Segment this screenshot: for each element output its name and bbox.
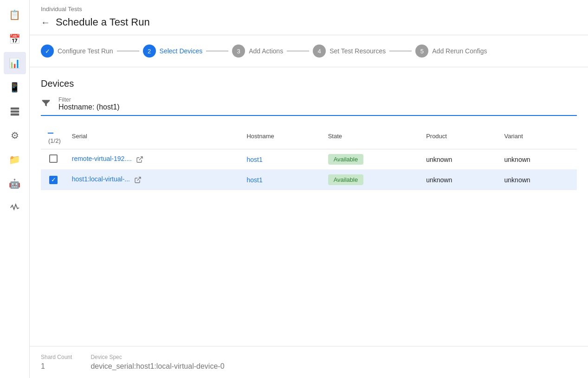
step-3[interactable]: 3 Add Actions <box>232 45 283 58</box>
row1-checkbox[interactable] <box>49 154 58 163</box>
sidebar-item-clipboard[interactable]: 📋 <box>4 4 26 26</box>
row1-external-link-icon[interactable] <box>136 155 144 164</box>
stepper: ✓ Configure Test Run 2 Select Devices 3 … <box>30 35 588 67</box>
sidebar: 📋 📅 📊 📱 ⚙ 📁 🤖 <box>0 0 30 378</box>
row2-variant: unknown <box>499 170 577 190</box>
step-4[interactable]: 4 Set Test Resources <box>313 45 386 58</box>
step-4-circle: 4 <box>313 45 326 58</box>
col-variant: Variant <box>499 123 577 149</box>
connector-1 <box>117 51 139 51</box>
sidebar-item-settings[interactable]: ⚙ <box>4 124 26 147</box>
row1-variant: unknown <box>499 149 577 170</box>
shard-count-field: Shard Count 1 <box>41 354 72 371</box>
step-2-label: Select Devices <box>160 47 203 55</box>
sidebar-item-folder[interactable]: 📁 <box>4 148 26 171</box>
connector-4 <box>389 51 412 51</box>
row2-hostname: host1 <box>241 170 322 190</box>
row2-state: Available <box>323 170 421 190</box>
svg-line-4 <box>137 177 141 180</box>
table-row: remote-virtual-192.... host1 Available u… <box>41 149 577 170</box>
step-5[interactable]: 5 Add Rerun Configs <box>415 45 487 58</box>
svg-rect-2 <box>10 114 19 116</box>
row2-external-link-icon[interactable] <box>134 176 142 184</box>
device-table: (1/2) Serial Hostname State Product Vari… <box>41 123 577 190</box>
filter-value: Hostname: (host1) <box>58 103 120 111</box>
count-label: (1/2) <box>48 137 61 144</box>
row2-product: unknown <box>420 170 498 190</box>
col-serial: Serial <box>66 123 241 149</box>
svg-rect-0 <box>10 108 19 110</box>
sidebar-item-calendar[interactable]: 📅 <box>4 28 26 50</box>
sidebar-item-chart[interactable]: 📊 <box>4 52 26 74</box>
step-4-label: Set Test Resources <box>330 47 386 55</box>
row2-hostname-link[interactable]: host1 <box>246 176 262 184</box>
step-2-circle: 2 <box>143 45 156 58</box>
row1-hostname-link[interactable]: host1 <box>246 156 262 163</box>
row2-checkbox[interactable]: ✓ <box>49 176 58 184</box>
row2-state-badge: Available <box>328 174 364 185</box>
filter-area[interactable]: Filter Hostname: (host1) <box>41 96 577 116</box>
svg-line-3 <box>139 157 142 160</box>
shard-count-label: Shard Count <box>41 354 72 360</box>
connector-2 <box>206 51 228 51</box>
row1-state: Available <box>323 149 421 170</box>
device-spec-field: Device Spec device_serial:host1:local-vi… <box>90 354 224 371</box>
indeterminate-checkbox-icon[interactable] <box>46 129 55 137</box>
step-5-circle: 5 <box>415 45 428 58</box>
back-button[interactable]: ← <box>41 17 50 28</box>
row1-state-badge: Available <box>328 154 364 165</box>
filter-content: Filter Hostname: (host1) <box>58 96 120 111</box>
row1-hostname: host1 <box>241 149 322 170</box>
device-spec-label: Device Spec <box>90 354 224 360</box>
row1-product: unknown <box>420 149 498 170</box>
shard-count-value: 1 <box>41 362 72 371</box>
step-2[interactable]: 2 Select Devices <box>143 45 203 58</box>
header: Individual Tests ← Schedule a Test Run <box>30 0 588 35</box>
sidebar-item-servers[interactable] <box>4 100 26 122</box>
page-title: Schedule a Test Run <box>56 16 150 28</box>
svg-rect-1 <box>10 110 19 113</box>
table-header-checkbox[interactable]: (1/2) <box>41 123 66 149</box>
devices-section-title: Devices <box>41 78 577 89</box>
row1-serial-link[interactable]: remote-virtual-192.... <box>72 155 132 162</box>
step-3-circle: 3 <box>232 45 245 58</box>
row1-checkbox-cell[interactable] <box>41 149 66 170</box>
row1-serial: remote-virtual-192.... <box>66 149 241 170</box>
sidebar-item-phone[interactable]: 📱 <box>4 76 26 98</box>
row2-serial: host1:local-virtual-... <box>66 170 241 190</box>
row2-serial-link[interactable]: host1:local-virtual-... <box>72 175 130 183</box>
filter-icon <box>41 98 51 110</box>
table-row: ✓ host1:local-virtual-... host1 Availabl… <box>41 170 577 190</box>
col-state: State <box>323 123 421 149</box>
main-content: Individual Tests ← Schedule a Test Run ✓… <box>30 0 588 378</box>
step-1-label: Configure Test Run <box>58 47 113 55</box>
breadcrumb: Individual Tests <box>41 6 577 13</box>
step-1[interactable]: ✓ Configure Test Run <box>41 45 113 58</box>
connector-3 <box>287 51 309 51</box>
device-spec-value: device_serial:host1:local-virtual-device… <box>90 362 224 371</box>
filter-label: Filter <box>58 96 120 103</box>
row2-checkbox-cell[interactable]: ✓ <box>41 170 66 190</box>
footer: Shard Count 1 Device Spec device_serial:… <box>30 346 588 378</box>
step-1-circle: ✓ <box>41 45 54 58</box>
step-5-label: Add Rerun Configs <box>432 47 487 55</box>
sidebar-item-activity[interactable] <box>4 197 26 219</box>
col-product: Product <box>420 123 498 149</box>
content-area: Devices Filter Hostname: (host1) <box>30 67 588 346</box>
col-hostname: Hostname <box>241 123 322 149</box>
step-3-label: Add Actions <box>249 47 283 55</box>
sidebar-item-android[interactable]: 🤖 <box>4 173 26 195</box>
